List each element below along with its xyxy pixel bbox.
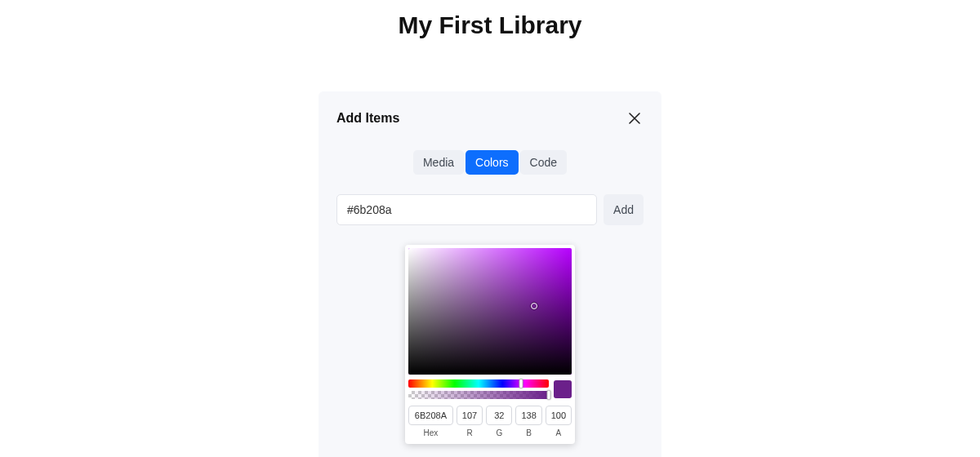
picker-col-b: B xyxy=(515,406,541,437)
picker-a-input[interactable] xyxy=(546,406,572,425)
page-title: My First Library xyxy=(0,0,980,72)
tab-colors[interactable]: Colors xyxy=(466,150,518,175)
alpha-slider[interactable] xyxy=(408,391,549,399)
picker-g-label: G xyxy=(486,428,512,437)
tabs: Media Colors Code xyxy=(336,150,644,175)
picker-inputs: Hex R G B A xyxy=(408,406,572,437)
picker-b-input[interactable] xyxy=(515,406,541,425)
hue-thumb[interactable] xyxy=(519,379,523,388)
add-items-panel: Add Items Media Colors Code Add xyxy=(318,91,662,457)
picker-g-input[interactable] xyxy=(486,406,512,425)
alpha-gradient xyxy=(408,391,549,399)
picker-col-r: R xyxy=(457,406,483,437)
color-picker: Hex R G B A xyxy=(405,245,575,444)
picker-col-hex: Hex xyxy=(408,406,453,437)
sv-black-layer xyxy=(408,248,572,375)
picker-b-label: B xyxy=(515,428,541,437)
panel-header: Add Items xyxy=(336,109,644,127)
tab-code[interactable]: Code xyxy=(520,150,567,175)
color-input-row: Add xyxy=(336,194,644,225)
close-button[interactable] xyxy=(626,109,644,127)
add-button[interactable]: Add xyxy=(604,194,644,225)
saturation-value-panel[interactable] xyxy=(408,248,572,375)
picker-col-g: G xyxy=(486,406,512,437)
hue-slider[interactable] xyxy=(408,379,549,388)
panel-title: Add Items xyxy=(336,111,399,126)
swatch-fill xyxy=(554,380,572,398)
picker-hex-input[interactable] xyxy=(408,406,453,425)
alpha-thumb[interactable] xyxy=(547,390,551,400)
picker-a-label: A xyxy=(546,428,572,437)
picker-r-label: R xyxy=(457,428,483,437)
sliders xyxy=(408,379,549,399)
slider-row xyxy=(408,379,572,399)
current-color-swatch xyxy=(554,380,572,398)
picker-hex-label: Hex xyxy=(408,428,453,437)
picker-col-a: A xyxy=(546,406,572,437)
tab-media[interactable]: Media xyxy=(413,150,464,175)
picker-r-input[interactable] xyxy=(457,406,483,425)
color-hex-input[interactable] xyxy=(336,194,597,225)
close-icon xyxy=(629,113,640,124)
sv-cursor[interactable] xyxy=(531,303,537,309)
